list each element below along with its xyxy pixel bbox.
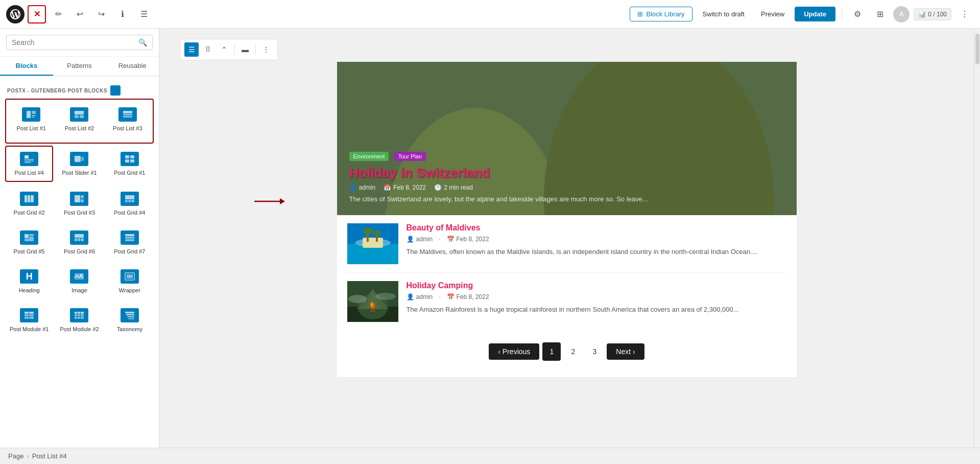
menu-button[interactable]: ☰ — [135, 5, 153, 24]
post-title-2[interactable]: Holiday Camping — [407, 281, 786, 290]
block-item-post-grid-3[interactable]: Post Grid #3 — [55, 186, 103, 221]
edit-button[interactable]: ✏ — [49, 5, 67, 24]
svg-rect-29 — [131, 200, 134, 202]
search-input[interactable] — [12, 38, 134, 47]
right-scrollbar[interactable] — [974, 29, 980, 448]
sidebar-search-container: 🔍 — [0, 29, 159, 57]
block-item-post-module-1[interactable]: Post Module #1 — [5, 303, 53, 337]
svg-rect-93 — [363, 238, 383, 248]
block-item-post-list-2[interactable]: Post List #2 — [56, 102, 102, 136]
svg-rect-76 — [438, 111, 447, 124]
block-item-post-module-2[interactable]: Post Module #2 — [55, 303, 103, 337]
tag-environment: Environment — [349, 152, 389, 161]
tab-blocks[interactable]: Blocks — [0, 57, 53, 76]
hero-content: Environment Tour Plan Holiday in Switzer… — [349, 151, 648, 203]
block-library-button[interactable]: ⊞ Block Library — [630, 7, 692, 21]
block-label: Heading — [19, 287, 40, 294]
svg-rect-40 — [125, 239, 134, 241]
page-2-button[interactable]: 2 — [564, 342, 582, 361]
svg-rect-38 — [125, 234, 134, 236]
block-item-post-grid-7[interactable]: Post Grid #7 — [106, 225, 154, 260]
post-title-1[interactable]: Beauty of Maldives — [407, 223, 786, 233]
block-item-post-grid-4[interactable]: Post Grid #4 — [106, 186, 154, 221]
block-item-post-slider-1[interactable]: Post Slider #1 — [55, 146, 103, 181]
block-label: Post List #1 — [16, 125, 45, 132]
blocks-grid-row1: Post List #1 Post List #2 Post List #3 — [8, 102, 151, 136]
blocks-button[interactable]: ⊞ — [871, 5, 889, 24]
image-icon — [70, 269, 88, 284]
align-left-button[interactable]: ☰ — [184, 42, 199, 57]
svg-rect-57 — [75, 317, 77, 319]
sidebar-tabs: Blocks Patterns Reusable — [0, 57, 159, 76]
move-up-button[interactable]: ⌃ — [217, 42, 231, 57]
svg-rect-17 — [130, 155, 134, 158]
settings-button[interactable]: ⚙ — [848, 5, 867, 24]
update-button[interactable]: Update — [795, 7, 835, 21]
svg-rect-86 — [729, 106, 733, 150]
switch-draft-button[interactable]: Switch to draft — [697, 7, 751, 21]
wordpress-logo[interactable] — [6, 5, 25, 24]
svg-rect-24 — [81, 195, 84, 198]
post-grid-7-icon — [121, 230, 139, 245]
tab-reusable[interactable]: Reusable — [106, 57, 159, 76]
block-item-post-grid-6[interactable]: Post Grid #6 — [55, 225, 103, 260]
post-excerpt-1: The Maldives, often known as the Maldive… — [407, 247, 786, 257]
post-thumbnail-camping — [347, 281, 398, 322]
taxonomy-icon — [121, 308, 139, 322]
block-item-heading[interactable]: H Heading — [5, 264, 53, 298]
info-button[interactable]: ℹ — [113, 5, 132, 24]
scrollbar-thumb[interactable] — [975, 34, 979, 64]
block-label: Post Slider #1 — [62, 169, 97, 176]
page-3-button[interactable]: 3 — [585, 342, 604, 361]
svg-rect-15 — [81, 157, 84, 161]
block-label: Image — [71, 287, 87, 294]
block-item-taxonomy[interactable]: Taxonomy — [106, 303, 154, 337]
breadcrumb-page[interactable]: Page — [8, 452, 23, 460]
block-item-post-grid-5[interactable]: Post Grid #5 — [5, 225, 53, 260]
block-item-post-list-4[interactable]: Post List #4 — [5, 146, 53, 181]
undo-button[interactable]: ↩ — [70, 5, 89, 24]
post-grid-3-icon — [70, 192, 88, 206]
dot-sep-2: · — [439, 293, 440, 300]
block-library-icon: ⊞ — [637, 10, 643, 18]
pagination: ‹ Previous 1 2 3 Next › — [337, 330, 797, 377]
block-label: Post Grid #4 — [114, 209, 145, 216]
section-label: POSTX - GUTENBERG POST BLOCKS — [5, 81, 154, 99]
svg-rect-9 — [123, 116, 132, 118]
more-options-button[interactable]: ⋮ — [955, 5, 974, 24]
block-item-wrapper[interactable]: Wrapper — [106, 264, 154, 298]
next-button[interactable]: Next › — [607, 343, 644, 360]
block-item-post-list-3[interactable]: Post List #3 — [105, 102, 151, 136]
svg-rect-39 — [125, 237, 134, 239]
svg-rect-5 — [75, 115, 79, 118]
close-button[interactable]: ✕ — [28, 5, 46, 24]
block-item-image[interactable]: Image — [55, 264, 103, 298]
block-item-post-grid-2[interactable]: Post Grid #2 — [5, 186, 53, 221]
svg-point-97 — [373, 230, 381, 236]
svg-rect-59 — [81, 317, 84, 319]
svg-rect-36 — [78, 238, 80, 241]
redo-button[interactable]: ↪ — [92, 5, 110, 24]
svg-rect-8 — [123, 114, 132, 115]
tab-patterns[interactable]: Patterns — [53, 57, 106, 76]
post-list-4-icon — [20, 152, 38, 166]
more-options-btn[interactable]: ⋮ — [259, 42, 273, 57]
full-width-button[interactable]: ▬ — [238, 42, 252, 57]
toolbar-separator — [842, 8, 842, 20]
svg-rect-80 — [452, 133, 461, 146]
svg-rect-18 — [125, 159, 129, 163]
post-item-1: Beauty of Maldives 👤 admin · 📅 Feb 8, 20… — [347, 215, 786, 273]
page-1-button[interactable]: 1 — [542, 342, 561, 361]
post-author-2: 👤 admin — [407, 293, 433, 300]
hero-post[interactable]: Environment Tour Plan Holiday in Switzer… — [337, 62, 797, 215]
hero-date: 📅 Feb 8, 2022 — [384, 184, 426, 191]
block-item-post-grid-1[interactable]: Post Grid #1 — [106, 146, 154, 181]
post-thumbnail-maldives — [347, 223, 398, 264]
block-label: Wrapper — [119, 287, 140, 294]
drag-handle-button[interactable]: ⠿ — [201, 42, 215, 57]
block-item-post-list-1[interactable]: Post List #1 — [8, 102, 54, 136]
post-date-1: 📅 Feb 8, 2022 — [447, 236, 489, 243]
preview-button[interactable]: Preview — [755, 7, 791, 21]
svg-rect-20 — [25, 195, 27, 202]
prev-button[interactable]: ‹ Previous — [489, 343, 539, 360]
